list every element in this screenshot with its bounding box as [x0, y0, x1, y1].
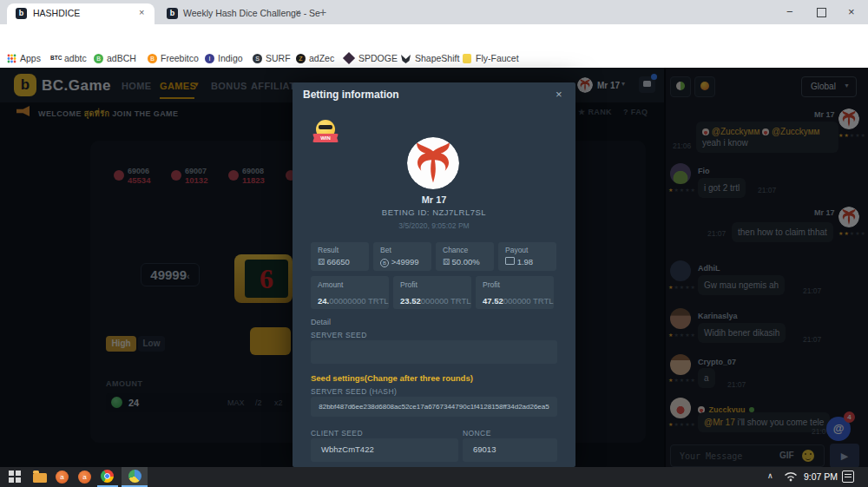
window-close-icon[interactable]: × [848, 5, 855, 18]
stats-row: Result ⚄ 66650 Bet B >49999 Chance ⚄ 50.… [311, 242, 556, 271]
browser-tab-strip: b HASHDICE × b Weekly Hash Dice Challeng… [0, 0, 868, 24]
server-seed-label: SERVER SEED [311, 331, 367, 339]
taskbar-clock[interactable]: 9:07 PM [804, 471, 838, 482]
bookmark-spdoge[interactable]: SPDOGE [358, 53, 398, 63]
btc-text-icon: BTC [50, 55, 62, 61]
chrome-taskbar-icon[interactable] [101, 470, 114, 483]
tab-title: HASHDICE [33, 8, 80, 18]
adzec-icon: Z [296, 54, 306, 63]
tab-close-icon[interactable]: × [139, 7, 144, 17]
stat-card-chance: Chance ⚄ 50.00% [436, 242, 494, 271]
detail-label: Detail [311, 318, 331, 326]
spdoge-icon [343, 52, 355, 64]
bookmark-apps[interactable]: Apps [20, 53, 41, 63]
wallet-icon [505, 257, 515, 265]
player-avatar[interactable] [407, 137, 459, 189]
client-seed-label: CLIENT SEED [311, 429, 363, 438]
surf-icon: S [253, 54, 262, 63]
file-explorer-icon[interactable] [33, 471, 47, 483]
bet-datetime: 3/5/2020, 9:05:02 PM [293, 221, 575, 230]
bookmark-shapeshift[interactable]: ShapeShift [415, 53, 459, 63]
screen: b HASHDICE × b Weekly Hash Dice Challeng… [0, 0, 868, 487]
stat-card-result: Result ⚄ 66650 [311, 242, 369, 271]
active-app-button[interactable] [122, 467, 148, 487]
player-name: Mr 17 [293, 194, 575, 205]
client-seed-input[interactable]: WbhzCmT422 [311, 438, 458, 462]
bookmark-adbch[interactable]: adBCH [107, 53, 136, 63]
stat-card-bet: Bet B >49999 [373, 242, 431, 271]
amounts-row: Amount 24.00000000 TRTL Profit 23.520000… [311, 276, 554, 309]
server-seed-hash-input[interactable]: 82bbf487d6ee238d6808ac52ce17a6767344790c… [311, 397, 557, 417]
amount-card: Amount 24.00000000 TRTL [311, 276, 389, 309]
tab-close-icon[interactable]: × [295, 7, 300, 17]
action-center-icon[interactable] [842, 471, 854, 483]
modal-close-icon[interactable]: × [556, 88, 562, 101]
dice-icon: ⚄ [318, 258, 325, 267]
bookmark-freebitco[interactable]: Freebitco [161, 53, 199, 63]
start-button-icon[interactable] [9, 471, 21, 483]
nonce-label: NONCE [463, 429, 491, 438]
tray-expand-icon[interactable]: ∧ [767, 471, 773, 480]
orange-app-icon[interactable]: a [78, 471, 91, 484]
bookmarks-bar: Apps BTC adbtc B adBCH B Freebitco I Ind… [0, 49, 868, 69]
win-badge-icon: WIN [312, 120, 339, 148]
coin-icon: B [380, 259, 389, 267]
profit-card: Profit 23.52000000 TRTL [393, 276, 471, 309]
bcgame-favicon: b [167, 8, 178, 19]
bet-id: BETING ID: NZJ7LRL7SL [293, 207, 575, 217]
nonce-input[interactable]: 69013 [463, 438, 557, 462]
flyfaucet-icon [463, 54, 471, 63]
windows-taskbar: a a ∧ 9:07 PM [0, 467, 868, 487]
dice-icon: ⚄ [443, 258, 450, 267]
adbch-icon: B [94, 54, 103, 63]
bookmark-flyfaucet[interactable]: Fly-Faucet [476, 53, 519, 63]
window-minimize-icon[interactable]: − [786, 5, 793, 18]
bcgame-favicon: b [16, 8, 27, 19]
orange-app-icon[interactable]: a [56, 471, 69, 484]
profit-card: Profit 47.52000000 TRTL [476, 276, 554, 309]
tab-hashdice[interactable] [7, 3, 155, 24]
server-seed-hash-label: SERVER SEED (HASH) [311, 387, 397, 396]
seed-settings-label: Seed settings(Change after three rounds) [311, 373, 473, 383]
new-tab-icon[interactable]: + [319, 5, 326, 19]
freebitco-icon: B [148, 54, 157, 63]
indigo-icon: I [205, 54, 214, 63]
bookmark-surf[interactable]: SURF [266, 53, 291, 63]
bookmark-adbtc[interactable]: adbtc [64, 53, 87, 63]
modal-title: Betting information [303, 89, 399, 101]
browser-toolbar: ← → ↻ bc.game/roll ⊕ ☆ 1.18 [0, 24, 868, 49]
server-seed-input[interactable] [311, 340, 557, 364]
shapeshift-icon [400, 53, 411, 64]
window-maximize-icon[interactable] [817, 8, 826, 17]
wifi-icon[interactable] [784, 471, 798, 482]
bookmark-adzec[interactable]: adZec [309, 53, 334, 63]
apps-grid-icon[interactable] [7, 54, 16, 63]
bookmark-indigo[interactable]: Indigo [218, 53, 243, 63]
stat-card-payout: Payout 1.98 [498, 242, 556, 271]
